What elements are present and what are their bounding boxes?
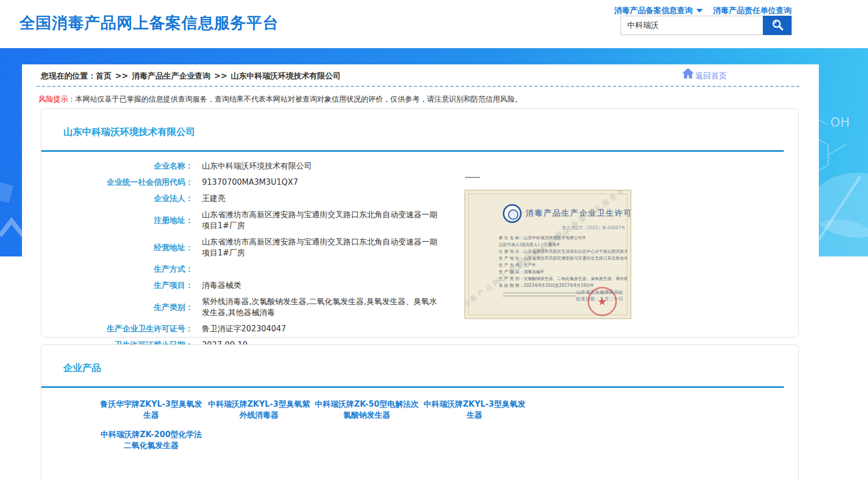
search-icon [771, 18, 784, 33]
product-link[interactable]: 鲁沃华宇牌ZKYL-3型臭氧发生器 [97, 399, 205, 421]
field-row-registered-address: 注册地址： 山东省潍坊市高新区潍安路与宝通街交叉路口东北角自动变速器一期项目1#… [41, 207, 512, 234]
field-row-legal-person: 企业法人： 王建亮 [41, 191, 512, 207]
risk-notice-label: 风险提示： [39, 95, 75, 103]
product-link[interactable]: 中科瑞沃牌ZKYL-3型臭氧紫外线消毒器 [205, 399, 313, 421]
breadcrumb-prefix: 您现在的位置： [41, 71, 96, 81]
certificate-fine-print [503, 295, 576, 297]
field-row-company-name: 企业名称： 山东中科瑞沃环境技术有限公司 [41, 158, 512, 174]
product-link[interactable]: 中科瑞沃牌ZKYL-3型臭氧发生器 [421, 399, 528, 421]
nav-link-responsible-unit-query[interactable]: 消毒产品责任单位查询 [713, 6, 792, 16]
top-nav: 消毒产品备案信息查询 消毒产品责任单位查询 [614, 6, 792, 16]
breadcrumb-current: 山东中科瑞沃环境技术有限公司 [231, 71, 341, 81]
hygiene-license-certificate-image: 全国消毒产品网上备案信息服务平台 全国消毒产品网上备案信息服务平台 消毒产品生产… [465, 190, 631, 319]
certificate-emblem-icon [503, 204, 522, 223]
products-card-title: 企业产品 [63, 362, 101, 374]
field-row-production-category: 生产类别： 紫外线消毒器,次氯酸钠发生器,二氧化氯发生器,臭氧发生器、臭氧水发生… [41, 294, 512, 321]
certificate-title: 消毒产品生产企业卫生许可证 [526, 208, 631, 218]
risk-notice: 风险提示：本网站仅基于已掌握的信息提供查询服务，查询结果不代表本网站对被查询对象… [39, 95, 522, 104]
field-row-credit-code: 企业统一社会信用代码： 91370700MA3M3U1QX7 [41, 174, 512, 191]
products-card-divider [41, 386, 784, 388]
red-seal-stamp: ★ [588, 287, 617, 316]
product-link[interactable]: 中科瑞沃牌ZK-200型化学法二氧化氯发生器 [97, 429, 205, 451]
site-title: 全国消毒产品网上备案信息服务平台 [19, 13, 279, 34]
field-row-production-method: 生产方式： [41, 261, 512, 277]
chevron-down-icon [696, 9, 703, 13]
company-fields: 企业名称： 山东中科瑞沃环境技术有限公司 企业统一社会信用代码： 9137070… [41, 158, 512, 353]
svg-text:OH: OH [830, 115, 850, 130]
dashed-divider [37, 86, 799, 87]
banner-left-decoration [0, 152, 24, 256]
certificate-number: 鲁卫消证字（2023）第-04647号 [562, 225, 625, 231]
certificate-detail-lines: 单 位 名 称：山东中科瑞沃环境技术有限公司※ 法定代表人(或负责人)：王建亮※… [499, 234, 627, 289]
company-info-card: 山东中科瑞沃环境技术有限公司 企业名称： 山东中科瑞沃环境技术有限公司 企业统一… [41, 108, 799, 338]
page: 全国消毒产品网上备案信息服务平台 消毒产品备案信息查询 消毒产品责任单位查询 [0, 0, 868, 481]
company-card-divider [41, 150, 784, 152]
product-list: 鲁沃华宇牌ZKYL-3型臭氧发生器 中科瑞沃牌ZKYL-3型臭氧紫外线消毒器 中… [97, 399, 532, 460]
search-input[interactable] [621, 16, 763, 35]
breadcrumb: 您现在的位置：首页>>消毒产品生产企业查询>>山东中科瑞沃环境技术有限公司 [41, 71, 341, 81]
search-bar [621, 16, 792, 35]
field-row-business-address: 经营地址： 山东省潍坊市高新区潍安路与宝通街交叉路口东北角自动变速器一期项目1#… [41, 234, 512, 261]
risk-notice-text: 本网站仅基于已掌握的信息提供查询服务，查询结果不代表本网站对被查询对象信用状况的… [75, 95, 522, 103]
field-row-hygiene-license-no: 生产企业卫生许可证号： 鲁卫消证字202304047 [41, 321, 512, 337]
home-icon [682, 68, 695, 81]
certificate-dash-mark [465, 177, 480, 178]
breadcrumb-home[interactable]: 首页 [96, 71, 111, 81]
field-row-production-project: 生产项目： 消毒器械类 [41, 277, 512, 294]
products-card: 企业产品 鲁沃华宇牌ZKYL-3型臭氧发生器 中科瑞沃牌ZKYL-3型臭氧紫外线… [41, 344, 799, 481]
back-home-link[interactable]: 返回首页 [682, 68, 727, 81]
breadcrumb-enterprise-query[interactable]: 消毒产品生产企业查询 [132, 71, 210, 81]
nav-link-record-info-query[interactable]: 消毒产品备案信息查询 [614, 6, 703, 16]
content-panel: 您现在的位置：首页>>消毒产品生产企业查询>>山东中科瑞沃环境技术有限公司 返回… [22, 64, 819, 481]
search-button[interactable] [763, 16, 792, 35]
company-card-title: 山东中科瑞沃环境技术有限公司 [63, 126, 195, 138]
product-link[interactable]: 中科瑞沃牌ZK-50型电解法次氯酸钠发生器 [313, 399, 421, 421]
